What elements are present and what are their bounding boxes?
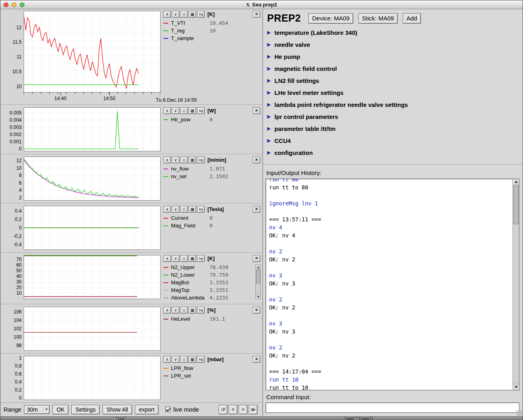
- reload-button[interactable]: ↺: [219, 405, 227, 414]
- grid-toggle-button[interactable]: ▦: [189, 356, 196, 363]
- grid-toggle-button[interactable]: ▦: [189, 11, 196, 18]
- resize-grip[interactable]: [517, 410, 522, 416]
- autoscale-button[interactable]: ◇: [180, 11, 188, 18]
- close-plot-button[interactable]: ×: [253, 11, 260, 18]
- grid-toggle-button[interactable]: ▦: [189, 157, 196, 163]
- live-mode-checkbox[interactable]: [165, 407, 171, 412]
- device-button[interactable]: Device: MA09: [308, 13, 353, 24]
- expander-triangle-icon: ▶: [267, 78, 271, 83]
- plot-canvas[interactable]: [24, 307, 161, 351]
- autoscale-button[interactable]: ◇: [180, 307, 188, 313]
- close-plot-button[interactable]: ×: [253, 356, 260, 363]
- add-button[interactable]: Add: [403, 13, 421, 24]
- autoscale-button[interactable]: ◇: [180, 356, 188, 363]
- show-all-button[interactable]: Show All: [103, 405, 132, 414]
- log-scale-button[interactable]: log: [197, 307, 205, 313]
- minimize-window-button[interactable]: [12, 2, 16, 7]
- stick-button[interactable]: Stick: MA09: [358, 13, 398, 24]
- log-scale-button[interactable]: log: [197, 206, 205, 213]
- plot-canvas[interactable]: [24, 356, 161, 400]
- scale-down-button[interactable]: ∨: [172, 307, 179, 313]
- zoom-window-button[interactable]: [20, 2, 24, 7]
- log-scale-button[interactable]: log: [197, 255, 205, 262]
- legend-item: N2_Upper78.439: [163, 263, 260, 271]
- close-plot-button[interactable]: ×: [253, 157, 260, 163]
- plot-canvas[interactable]: [24, 107, 161, 151]
- log-scale-button[interactable]: log: [197, 356, 205, 363]
- grid-toggle-button[interactable]: ▦: [189, 255, 196, 262]
- io-history-scrollbar[interactable]: [513, 179, 519, 390]
- section-lpr-control-parameters[interactable]: ▶lpr control parameters: [263, 111, 523, 123]
- close-plot-button[interactable]: ×: [253, 107, 260, 114]
- series-name: N2_Upper: [171, 264, 209, 270]
- close-plot-button[interactable]: ×: [253, 206, 260, 213]
- expander-triangle-icon: ▶: [267, 54, 271, 59]
- grid-toggle-button[interactable]: ▦: [189, 307, 196, 313]
- section-needle-valve[interactable]: ▶needle valve: [263, 38, 523, 50]
- plot-row-7: 10.80.60.40.20∧∨◇▦log[mbar]×LPR_flowLPR_…: [0, 354, 262, 403]
- plot-canvas[interactable]: [24, 11, 161, 92]
- scroll-down-icon[interactable]: [256, 294, 260, 299]
- grid-toggle-button[interactable]: ▦: [189, 107, 196, 114]
- tick-mark: [49, 92, 50, 94]
- range-select[interactable]: 30m ▼: [24, 405, 50, 414]
- series-value: 4.2235: [209, 295, 228, 301]
- ok-button[interactable]: OK: [52, 405, 68, 414]
- export-button[interactable]: export: [135, 405, 159, 414]
- grid-toggle-button[interactable]: ▦: [189, 206, 196, 213]
- section-he-pump[interactable]: ▶He pump: [263, 50, 523, 62]
- jump-to-end-button[interactable]: ≫: [249, 405, 257, 414]
- page-left-button[interactable]: <: [229, 405, 237, 414]
- section-magnetic-field-control[interactable]: ▶magnetic field control: [263, 62, 523, 74]
- section-temperature-lakeshore-340[interactable]: ▶temperature (LakeShore 340): [263, 26, 523, 38]
- scale-up-button[interactable]: ∧: [163, 255, 171, 262]
- scale-down-button[interactable]: ∨: [172, 356, 179, 363]
- scale-up-button[interactable]: ∧: [163, 356, 171, 363]
- autoscale-button[interactable]: ◇: [180, 206, 188, 213]
- scale-down-button[interactable]: ∨: [172, 11, 179, 18]
- plot-canvas[interactable]: [24, 255, 161, 299]
- autoscale-button[interactable]: ◇: [180, 255, 188, 262]
- section-configuration[interactable]: ▶configuration: [263, 147, 523, 159]
- section-ccu4[interactable]: ▶CCU4: [263, 135, 523, 147]
- command-line: nv 3: [269, 320, 509, 328]
- command-input[interactable]: [266, 402, 519, 413]
- log-scale-button[interactable]: log: [197, 157, 205, 163]
- autoscale-button[interactable]: ◇: [180, 107, 188, 114]
- scale-up-button[interactable]: ∧: [163, 157, 171, 163]
- section-ln2-fill-settings[interactable]: ▶LN2 fill settings: [263, 74, 523, 86]
- scale-down-button[interactable]: ∨: [172, 255, 179, 262]
- scale-down-button[interactable]: ∨: [172, 157, 179, 163]
- scale-up-button[interactable]: ∧: [163, 11, 171, 18]
- io-history-text[interactable]: run tt 80run tt to 80 ignoreMsg lnv 1 ==…: [266, 179, 513, 390]
- log-scale-button[interactable]: log: [197, 11, 205, 18]
- close-plot-button[interactable]: ×: [253, 255, 260, 262]
- plot-controls: ∧∨◇▦log[mbar]×: [163, 356, 260, 363]
- scrollbar-thumb[interactable]: [256, 270, 260, 283]
- title-bar[interactable]: X Sea prep2: [0, 0, 523, 9]
- plot-canvas[interactable]: [24, 157, 161, 201]
- scale-down-button[interactable]: ∨: [172, 107, 179, 114]
- scale-up-button[interactable]: ∧: [163, 206, 171, 213]
- scroll-down-icon[interactable]: [513, 384, 519, 390]
- autoscale-button[interactable]: ◇: [180, 157, 188, 163]
- expander-triangle-icon: ▶: [267, 102, 271, 107]
- section-parameter-table-tt-tm[interactable]: ▶parameter table /tt/tm: [263, 123, 523, 135]
- section-lambda-point-refrigerator-needle-valve-settings[interactable]: ▶lambda point refrigerator needle valve …: [263, 98, 523, 111]
- settings-button[interactable]: Settings: [71, 405, 100, 414]
- close-window-button[interactable]: [4, 2, 8, 7]
- scale-down-button[interactable]: ∨: [172, 206, 179, 213]
- y-tick-label: 70: [16, 257, 22, 262]
- plot-canvas[interactable]: [24, 206, 161, 250]
- log-scale-button[interactable]: log: [197, 107, 205, 114]
- section-lhe-level-meter-settings[interactable]: ▶LHe level meter settings: [263, 86, 523, 98]
- scrollbar-thumb[interactable]: [513, 186, 519, 224]
- scroll-up-icon[interactable]: [256, 265, 260, 269]
- scale-up-button[interactable]: ∧: [163, 107, 171, 114]
- scale-up-button[interactable]: ∧: [163, 307, 171, 313]
- legend-scrollbar[interactable]: [255, 265, 261, 299]
- io-history-box[interactable]: run tt 80run tt to 80 ignoreMsg lnv 1 ==…: [266, 179, 519, 390]
- scroll-up-icon[interactable]: [513, 179, 519, 185]
- close-plot-button[interactable]: ×: [253, 307, 260, 313]
- page-right-button[interactable]: >: [239, 405, 247, 414]
